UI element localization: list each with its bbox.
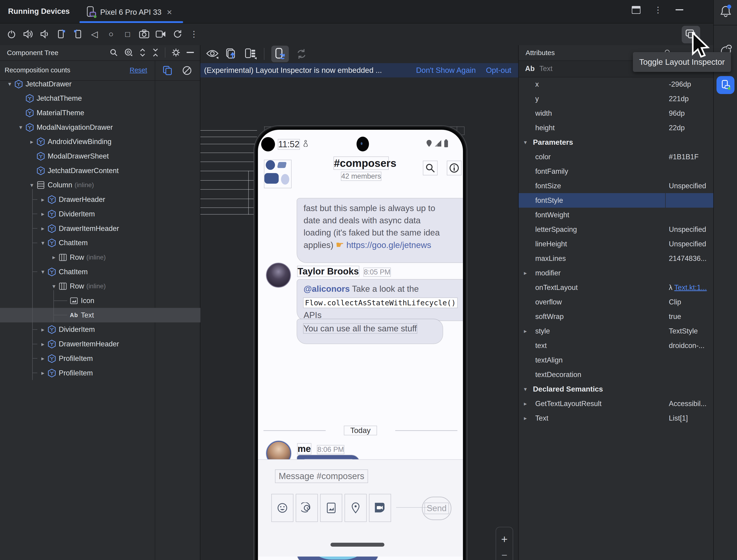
tree-node-jetchatdrawer[interactable]: ▾JetchatDrawer (0, 77, 206, 91)
tree-chevron-down-icon[interactable]: ▾ (28, 182, 36, 189)
tree-node-modaldrawersheet[interactable]: ModalDrawerSheet (0, 149, 228, 164)
phone-screen[interactable]: 11:52 #composers 42 members (258, 130, 463, 560)
message-bubble[interactable]: @aliconors Take a look at the Flow.colle… (297, 280, 463, 321)
tree-chevron-down-icon[interactable]: ▾ (6, 80, 14, 88)
attr-section-declared-semantics[interactable]: ▾Declared Semantics (519, 382, 713, 396)
chat-search-icon[interactable] (423, 161, 437, 175)
tree-chevron-right-icon[interactable]: ▸ (39, 326, 47, 333)
tree-chevron-down-icon[interactable]: ▾ (17, 124, 25, 131)
tab-close-icon[interactable]: ✕ (167, 8, 172, 16)
live-updates-toggle[interactable] (271, 46, 289, 62)
tab-pixel-6-pro[interactable]: Pixel 6 Pro API 33 ✕ (86, 3, 172, 21)
tree-chevron-down-icon[interactable]: ▾ (39, 239, 47, 247)
tree-chevron-right-icon[interactable]: ▸ (39, 210, 47, 218)
attr-value-link[interactable]: Text.kt:1... (674, 283, 707, 292)
attr-row-fontfamily[interactable]: fontFamily (519, 164, 713, 179)
volume-down-icon[interactable] (40, 28, 50, 41)
attr-row-overflow[interactable]: overflowClip (519, 295, 713, 309)
user-mention[interactable]: @aliconors (304, 284, 350, 294)
screen-record-icon[interactable] (156, 28, 166, 41)
attr-row-style[interactable]: ▸styleTextStyle (519, 324, 713, 338)
opt-out-link[interactable]: Opt-out (486, 66, 511, 75)
dont-show-again-link[interactable]: Don't Show Again (416, 66, 475, 75)
tree-node-androidviewbinding[interactable]: ▸AndroidViewBinding (0, 135, 228, 149)
tree-chevron-right-icon[interactable]: ▸ (39, 341, 47, 348)
attr-row-fontstyle[interactable]: fontStyle (519, 193, 713, 208)
volume-up-icon[interactable] (23, 28, 33, 41)
attr-row-textalign[interactable]: textAlign (519, 353, 713, 367)
message-input[interactable]: Message #composers (276, 470, 368, 483)
attr-row-text[interactable]: textdroidcon-... (519, 338, 713, 353)
attr-row-maxlines[interactable]: maxLines21474836... (519, 251, 713, 266)
attr-row-softwrap[interactable]: softWraptrue (519, 309, 713, 324)
gesture-nav-handle[interactable] (331, 543, 384, 547)
more-options-icon[interactable]: ⋮ (654, 5, 662, 15)
screenshot-camera-icon[interactable] (139, 28, 149, 41)
tree-node-column[interactable]: ▾Column(inline) (0, 178, 228, 192)
video-call-icon[interactable] (369, 494, 390, 522)
attr-row-height[interactable]: height22dp (519, 121, 713, 135)
rotate-right-icon[interactable] (73, 28, 83, 41)
restart-icon[interactable] (172, 28, 182, 41)
tree-chevron-down-icon[interactable]: ▾ (39, 268, 47, 275)
message-list[interactable]: fast but this sample is always up to dat… (258, 197, 463, 459)
notifications-bell-icon[interactable] (720, 5, 732, 18)
overview-icon[interactable]: □ (123, 28, 133, 41)
attr-row-lineheight[interactable]: lineHeightUnspecified (519, 237, 713, 251)
zoom-in-button[interactable]: + (496, 533, 513, 545)
attr-row-y[interactable]: y221dp (519, 91, 713, 106)
power-icon[interactable] (6, 28, 17, 41)
tree-chevron-right-icon[interactable]: ▸ (50, 254, 58, 261)
view-options-eye-icon[interactable] (206, 48, 219, 59)
attr-chevron-right-icon[interactable]: ▸ (522, 400, 529, 407)
tree-chevron-right-icon[interactable]: ▸ (28, 138, 36, 145)
layout-windows-icon[interactable] (632, 6, 640, 14)
home-icon[interactable]: ○ (106, 28, 116, 41)
minimize-icon[interactable] (675, 9, 683, 11)
layers-dropdown-icon[interactable] (245, 48, 257, 60)
tree-node-materialtheme[interactable]: MaterialTheme (0, 106, 217, 120)
tree-node-modalnavigationdrawer[interactable]: ▾ModalNavigationDrawer (0, 120, 217, 135)
jetnews-link[interactable]: https://goo.gle/jetnews (347, 240, 431, 250)
tree-chevron-right-icon[interactable]: ▸ (39, 369, 47, 377)
attr-chevron-right-icon[interactable]: ▸ (522, 328, 529, 334)
attr-row-color[interactable]: color#1B1B1F (519, 150, 713, 164)
tree-chevron-right-icon[interactable]: ▸ (39, 225, 47, 232)
toolbar-more-icon[interactable]: ⋮ (189, 28, 199, 41)
message-bubble[interactable]: fast but this sample is always up to dat… (297, 198, 463, 262)
attr-row-modifier[interactable]: ▸modifier (519, 266, 713, 280)
attr-row-width[interactable]: width96dp (519, 106, 713, 121)
refresh-icon[interactable] (296, 48, 307, 60)
rotate-left-icon[interactable] (56, 28, 66, 41)
attr-row-text[interactable]: ▸TextList[1] (519, 411, 713, 425)
send-button[interactable]: Send (422, 497, 451, 520)
running-device-button[interactable] (716, 76, 734, 94)
image-icon[interactable] (321, 494, 342, 522)
attr-row-x[interactable]: x-296dp (519, 77, 713, 91)
mention-icon[interactable] (296, 494, 318, 522)
message-bubble[interactable]: You can use all the same stuff (297, 319, 443, 344)
tree-chevron-down-icon[interactable]: ▾ (50, 283, 58, 290)
avatar-taylor-brooks[interactable] (266, 263, 291, 287)
tree-node-jetchatdrawercontent[interactable]: JetchatDrawerContent (0, 163, 228, 178)
attr-row-fontweight[interactable]: fontWeight (519, 208, 713, 222)
zoom-out-button[interactable]: − (496, 549, 513, 560)
attr-row-gettextlayoutresult[interactable]: ▸GetTextLayoutResultAccessibil... (519, 396, 713, 411)
attr-row-letterspacing[interactable]: letterSpacingUnspecified (519, 222, 713, 237)
attr-section-parameters[interactable]: ▾Parameters (519, 135, 713, 150)
emoji-icon[interactable] (272, 494, 293, 522)
tree-chevron-right-icon[interactable]: ▸ (39, 355, 47, 362)
attr-chevron-right-icon[interactable]: ▸ (522, 415, 529, 421)
location-pin-icon[interactable] (345, 494, 366, 522)
attr-row-ontextlayout[interactable]: onTextLayoutλText.kt:1... (519, 280, 713, 295)
attr-chevron-down-icon[interactable]: ▾ (522, 386, 529, 392)
tree-chevron-right-icon[interactable]: ▸ (39, 196, 47, 203)
pick-element-icon[interactable] (226, 48, 238, 60)
attr-chevron-down-icon[interactable]: ▾ (522, 139, 529, 146)
attr-row-fontsize[interactable]: fontSizeUnspecified (519, 179, 713, 193)
back-icon[interactable]: ◁ (89, 28, 100, 41)
tree-node-jetchattheme[interactable]: JetchatTheme (0, 91, 217, 106)
chat-info-icon[interactable] (447, 161, 461, 175)
attr-row-textdecoration[interactable]: textDecoration (519, 367, 713, 382)
attr-chevron-right-icon[interactable]: ▸ (522, 270, 529, 276)
